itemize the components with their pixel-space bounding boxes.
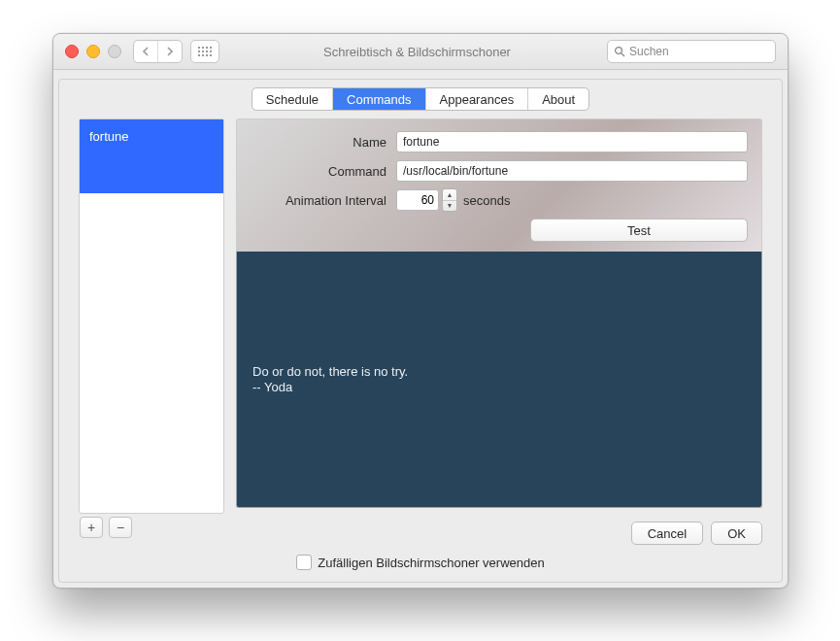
commands-panel: fortune + − Name — [79, 118, 762, 537]
interval-unit: seconds — [463, 193, 510, 208]
search-field[interactable]: Suchen — [607, 40, 776, 63]
interval-stepper[interactable]: ▲ ▼ — [442, 188, 457, 212]
random-screensaver-checkbox[interactable]: Zufälligen Bildschirmschoner verwenden — [296, 555, 544, 570]
svg-rect-7 — [210, 51, 212, 52]
command-label: Command — [251, 164, 396, 179]
search-icon — [614, 46, 625, 57]
search-placeholder: Suchen — [629, 45, 769, 58]
command-form: Name Command Animation Interval ▲ — [236, 118, 762, 537]
svg-line-13 — [622, 53, 624, 56]
titlebar: Schreibtisch & Bildschirmschoner Suchen — [53, 34, 788, 70]
ok-button[interactable]: OK — [711, 522, 762, 545]
commands-list: fortune + − — [79, 118, 224, 514]
svg-rect-3 — [210, 47, 212, 49]
interval-field[interactable] — [396, 189, 439, 211]
traffic-lights — [65, 45, 121, 58]
tab-commands[interactable]: Commands — [332, 88, 424, 110]
stepper-up-icon[interactable]: ▲ — [443, 189, 456, 200]
random-screensaver-label: Zufälligen Bildschirmschoner verwenden — [318, 556, 544, 570]
command-field[interactable] — [396, 160, 748, 182]
plus-icon: + — [87, 520, 95, 535]
footer: Cancel OK Zufälligen Bildschirmschoner v… — [79, 555, 762, 570]
name-field[interactable] — [396, 131, 748, 152]
cancel-button[interactable]: Cancel — [631, 522, 703, 545]
stepper-down-icon[interactable]: ▼ — [443, 200, 456, 212]
preferences-window: Schreibtisch & Bildschirmschoner Suchen … — [52, 33, 789, 589]
tab-schedule[interactable]: Schedule — [252, 88, 332, 110]
zoom-window-button — [108, 45, 121, 58]
svg-rect-6 — [206, 51, 208, 52]
nav-back-forward[interactable] — [133, 40, 183, 63]
chevron-right-icon[interactable] — [157, 41, 182, 62]
svg-rect-2 — [206, 47, 208, 49]
preview-text: Do or do not, there is no try. -- Yoda — [252, 364, 408, 395]
add-button[interactable]: + — [80, 517, 103, 538]
grid-icon — [191, 41, 218, 62]
checkbox-icon[interactable] — [296, 555, 312, 570]
close-window-button[interactable] — [65, 45, 79, 58]
svg-rect-8 — [198, 54, 200, 56]
svg-rect-4 — [198, 51, 200, 52]
tab-appearances[interactable]: Appearances — [425, 88, 528, 110]
remove-button[interactable]: − — [109, 517, 132, 538]
svg-rect-11 — [210, 54, 212, 56]
interval-label: Animation Interval — [251, 193, 396, 208]
list-item[interactable]: fortune — [80, 119, 223, 193]
svg-rect-0 — [198, 47, 200, 49]
svg-rect-5 — [202, 51, 204, 52]
svg-point-12 — [616, 48, 622, 54]
tabs: Schedule Commands Appearances About — [59, 87, 782, 111]
name-label: Name — [251, 135, 396, 150]
preview-area: Do or do not, there is no try. -- Yoda — [236, 252, 762, 508]
minimize-window-button[interactable] — [86, 45, 100, 58]
show-all-button[interactable] — [190, 40, 219, 63]
svg-rect-9 — [202, 54, 204, 56]
chevron-left-icon[interactable] — [134, 41, 157, 62]
minus-icon: − — [117, 520, 124, 535]
tab-about[interactable]: About — [527, 88, 588, 110]
test-button[interactable]: Test — [530, 219, 748, 242]
svg-rect-1 — [202, 47, 204, 49]
svg-rect-10 — [206, 54, 208, 56]
window-title: Schreibtisch & Bildschirmschoner — [227, 45, 607, 59]
content-sheet: Schedule Commands Appearances About fort… — [58, 79, 783, 583]
